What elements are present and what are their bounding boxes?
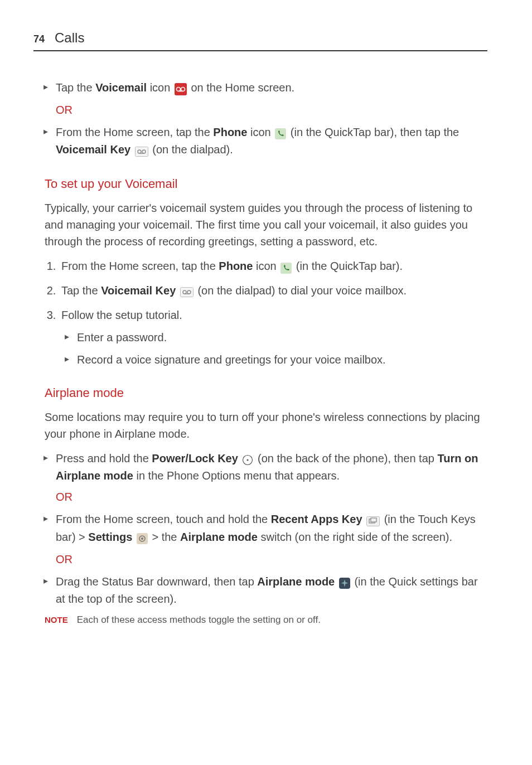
note-label: NOTE — [45, 613, 68, 627]
voicemail-app-icon — [175, 80, 187, 97]
text: in the Phone Options menu that appears. — [133, 469, 340, 482]
text: (in the QuickTap bar). — [296, 260, 403, 272]
or-separator: OR — [56, 488, 487, 505]
text: icon — [147, 81, 173, 94]
airplane-methods-list: Press and hold the Power/Lock Key (on th… — [33, 450, 487, 608]
text: (on the back of the phone), then tap — [258, 452, 437, 464]
text: on the Home screen. — [191, 81, 294, 94]
page-number: 74 — [33, 32, 45, 47]
text-bold: Voicemail Key — [101, 284, 176, 297]
list-item: Press and hold the Power/Lock Key (on th… — [56, 450, 487, 506]
power-key-icon — [242, 451, 253, 467]
text: icon — [247, 126, 274, 138]
text: From the Home screen, tap the — [61, 260, 219, 272]
text-bold: Voicemail — [95, 81, 147, 94]
text: Tap the — [56, 81, 95, 94]
text: (on the dialpad). — [152, 143, 233, 156]
or-separator: OR — [56, 101, 487, 118]
text-bold: Phone — [213, 126, 247, 138]
setup-steps-list: From the Home screen, tap the Phone icon… — [33, 258, 487, 367]
list-item: Tap the Voicemail icon on the Home scree… — [56, 79, 487, 118]
text: From the Home screen, tap the — [56, 126, 213, 138]
step-item: Tap the Voicemail Key (on the dialpad) t… — [59, 282, 487, 300]
step-item: From the Home screen, tap the Phone icon… — [59, 258, 487, 275]
text-bold: Phone — [219, 260, 253, 272]
svg-point-21 — [141, 538, 143, 540]
voicemail-key-icon — [135, 142, 148, 159]
svg-rect-9 — [280, 263, 292, 274]
text: > the — [152, 531, 180, 543]
sub-steps-list: Enter a password. Record a voice signatu… — [61, 329, 487, 368]
text: From the Home screen, touch and hold the — [56, 513, 271, 525]
airplane-mode-icon — [339, 574, 350, 590]
text-bold: Recent Apps Key — [271, 513, 362, 525]
text-bold: Airplane mode — [180, 531, 258, 543]
voicemail-access-list: Tap the Voicemail icon on the Home scree… — [33, 79, 487, 159]
paragraph: Typically, your carrier's voicemail syst… — [33, 200, 487, 250]
list-item: Record a voice signature and greetings f… — [77, 351, 487, 368]
list-item: Drag the Status Bar downward, then tap A… — [56, 573, 487, 608]
page-title: Calls — [55, 28, 84, 48]
paragraph: Some locations may require you to turn o… — [33, 409, 487, 442]
svg-rect-4 — [275, 128, 286, 139]
list-item: From the Home screen, tap the Phone icon… — [56, 124, 487, 159]
recent-apps-key-icon — [366, 512, 380, 529]
svg-point-15 — [247, 459, 249, 461]
text: icon — [253, 260, 279, 272]
text: Tap the — [61, 284, 101, 297]
text-bold: Voicemail Key — [56, 143, 130, 156]
text: Enter a password. — [77, 331, 167, 343]
text-bold: Airplane mode — [257, 575, 335, 588]
phone-icon — [280, 259, 292, 275]
phone-icon — [275, 124, 286, 141]
svg-rect-5 — [135, 147, 148, 156]
svg-rect-18 — [371, 518, 376, 522]
text: (on the dialpad) to dial your voice mail… — [197, 284, 407, 297]
section-heading-setup-voicemail: To set up your Voicemail — [33, 175, 487, 193]
voicemail-key-icon — [180, 283, 194, 300]
text: Press and hold the — [56, 452, 152, 464]
or-separator: OR — [56, 551, 487, 568]
text-bold: Power/Lock Key — [152, 452, 238, 464]
note-text: Each of these access methods toggle the … — [77, 613, 321, 627]
text: Record a voice signature and greetings f… — [77, 354, 386, 366]
text: Drag the Status Bar downward, then tap — [56, 575, 257, 588]
text-bold: Settings — [88, 531, 132, 543]
page-header: 74 Calls — [33, 28, 487, 51]
svg-rect-10 — [180, 288, 193, 297]
text: switch (on the right side of the screen)… — [258, 531, 452, 543]
list-item: Enter a password. — [77, 329, 487, 346]
note: NOTE Each of these access methods toggle… — [33, 613, 487, 627]
step-item: Follow the setup tutorial. Enter a passw… — [59, 307, 487, 368]
text: (in the QuickTap bar), then tap the — [291, 126, 459, 138]
text: Follow the setup tutorial. — [61, 309, 182, 321]
section-heading-airplane-mode: Airplane mode — [33, 384, 487, 402]
list-item: From the Home screen, touch and hold the… — [56, 511, 487, 567]
settings-icon — [137, 530, 148, 546]
